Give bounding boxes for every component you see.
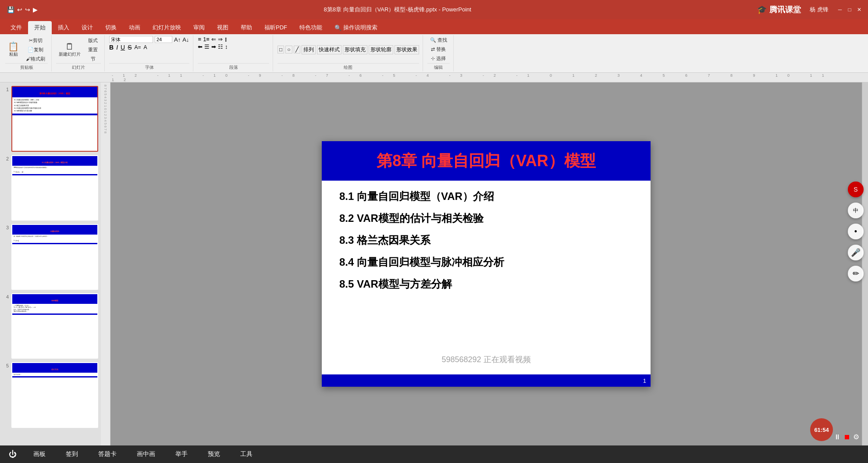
copy-button[interactable]: 📄 复制	[23, 46, 48, 54]
underline-button[interactable]: U	[121, 44, 125, 51]
align-right-button[interactable]: ➡	[211, 43, 216, 50]
tab-insert[interactable]: 插入	[52, 21, 75, 34]
align-left-button[interactable]: ⬅	[198, 43, 203, 50]
search-input[interactable]: 🔍 操作说明搜索	[328, 21, 384, 34]
section-button[interactable]: 节	[85, 55, 101, 63]
stop-button[interactable]: ⏹	[843, 433, 850, 441]
power-button[interactable]: ⏻	[9, 450, 17, 459]
slide-thumb-2[interactable]: 8.1 向量自回归（VAR）模型介绍 VAR模型是由多个互相关的时间序列方程组成…	[11, 155, 98, 221]
rectangle-button[interactable]: □	[277, 46, 284, 53]
preview-button[interactable]: 预览	[204, 449, 224, 460]
save-icon[interactable]: 💾	[7, 6, 14, 13]
find-button[interactable]: 🔍 查找	[427, 36, 450, 44]
italic-button[interactable]: I	[116, 44, 118, 51]
font-size-input[interactable]	[155, 36, 172, 43]
tab-help[interactable]: 帮助	[235, 21, 258, 34]
tab-special[interactable]: 特色功能	[293, 21, 328, 34]
pause-button[interactable]: ⏸	[834, 433, 841, 441]
new-slide-button[interactable]: 🗒 新建幻灯片	[56, 41, 83, 58]
indent-decrease-button[interactable]: ⇐	[211, 36, 216, 43]
tools-button[interactable]: 工具	[237, 449, 256, 460]
tab-file[interactable]: 文件	[4, 21, 28, 34]
raise-hand-button[interactable]: 举手	[172, 449, 191, 460]
align-center-button[interactable]: ☰	[204, 43, 210, 50]
tab-home[interactable]: 开始	[28, 21, 52, 34]
present-icon[interactable]: ▶	[33, 6, 38, 13]
minimize-button[interactable]: ─	[836, 5, 844, 14]
slide-thumb-4[interactable]: VAR模型 一个VAR(p)模型，定义为： Yt = C + Φ₁·Y(t-1)…	[11, 293, 98, 359]
strikethrough-button[interactable]: S	[128, 44, 132, 51]
slide-item-4[interactable]: 4 VAR模型 一个VAR(p)模型，定义为： Yt = C + Φ₁·Y(t-…	[3, 293, 98, 359]
bullets-button[interactable]: ≡	[198, 36, 202, 43]
answer-card-button[interactable]: 答题卡	[95, 449, 120, 460]
settings-button[interactable]: ⚙	[853, 433, 859, 441]
pip-button[interactable]: 画中画	[133, 449, 159, 460]
drawing-buttons: □ ○ ╱ 排列 快速样式 形状填充 形状轮廓 形状效果	[277, 36, 419, 63]
decrease-font-button[interactable]: A↓	[182, 36, 189, 43]
mic-icon[interactable]: 🎤	[848, 245, 864, 260]
tab-slideshow[interactable]: 幻灯片放映	[146, 21, 187, 34]
layout-button[interactable]: 版式	[85, 36, 101, 45]
shape-fill-button[interactable]: 形状填充	[343, 45, 367, 54]
format-painter-button[interactable]: 🖌 格式刷	[23, 55, 48, 63]
whiteboard-button[interactable]: 画板	[30, 449, 49, 460]
slide-item-5[interactable]: 5 估计方法 估计与分析...	[3, 362, 98, 428]
pen-icon[interactable]: ✏	[848, 266, 864, 281]
reset-button[interactable]: 重置	[85, 46, 101, 54]
arrange-button[interactable]: 排列	[302, 45, 316, 54]
slide-thumb-5[interactable]: 估计方法 估计与分析...	[11, 362, 98, 428]
chinese-input-icon[interactable]: 中	[848, 203, 864, 218]
columns-button[interactable]: ⫿	[224, 36, 228, 43]
line-spacing-button[interactable]: ↕	[225, 43, 228, 50]
shadow-button[interactable]: A=	[134, 44, 141, 50]
close-button[interactable]: ✕	[855, 5, 864, 14]
select-icon: ⊹	[431, 56, 435, 61]
drawing-group: □ ○ ╱ 排列 快速样式 形状填充 形状轮廓 形状效果 绘图	[274, 35, 423, 71]
ribbon-tabs: 文件 开始 插入 设计 切换 动画 幻灯片放映 审阅 视图 帮助 福昕PDF 特…	[0, 19, 868, 34]
tab-design[interactable]: 设计	[75, 21, 99, 34]
maximize-button[interactable]: □	[845, 5, 854, 14]
slide-thumb-1[interactable]: 第8章 向量自回归（VAR）模型 8.1 向量自回归模型（VAR）介绍 8.2 …	[11, 86, 98, 152]
slide-thumb-3[interactable]: 向量自回归 例：检验两个时间序列之间的关系，分别用 m 和 y 来表示... Y…	[11, 224, 98, 290]
main-slide[interactable]: 第8章 向量自回归（VAR）模型 8.1 向量自回归模型（VAR）介绍 8.2 …	[322, 141, 651, 387]
replace-button[interactable]: ⇄ 替换	[428, 45, 448, 53]
tab-view[interactable]: 视图	[211, 21, 235, 34]
paste-button[interactable]: 📋 粘贴	[5, 41, 21, 58]
canvas-area[interactable]: 第8章 向量自回归（VAR）模型 8.1 向量自回归模型（VAR）介绍 8.2 …	[110, 82, 862, 445]
title-bar: 💾 ↩ ↪ ▶ 8第8章 向量自回归（VAR）模型-杨虎锋.pptx - Pow…	[0, 0, 868, 19]
increase-font-button[interactable]: A↑	[174, 36, 181, 43]
sogou-icon[interactable]: S	[848, 182, 864, 197]
select-button[interactable]: ⊹ 选择	[428, 54, 448, 63]
dot-icon[interactable]: •	[848, 224, 864, 239]
clipboard-label: 剪贴板	[5, 63, 48, 71]
ribbon: 📋 粘贴 ✂ 剪切 📄 复制 🖌 格式刷 剪贴板 🗒 新建幻灯片	[0, 34, 868, 73]
slide-thumb-inner-2: 8.1 向量自回归（VAR）模型介绍 VAR模型是由多个互相关的时间序列方程组成…	[12, 156, 97, 220]
font-family-input[interactable]	[109, 36, 153, 43]
oval-button[interactable]: ○	[285, 46, 292, 53]
tencent-icon: 🎓	[757, 5, 767, 14]
slide-item-1-text: 8.1 向量自回归模型（VAR）介绍	[339, 189, 633, 203]
slide-item-2[interactable]: 2 8.1 向量自回归（VAR）模型介绍 VAR模型是由多个互相关的时间序列方程…	[3, 155, 98, 221]
video-timer: 61:54	[810, 418, 833, 441]
slide-number-2: 2	[3, 155, 9, 161]
window-controls: ─ □ ✕	[836, 5, 864, 14]
quick-styles-button[interactable]: 快速样式	[317, 45, 342, 54]
indent-increase-button[interactable]: ⇒	[218, 36, 223, 43]
bold-button[interactable]: B	[109, 44, 114, 51]
font-color-button[interactable]: A	[144, 44, 147, 50]
tab-foxitpdf[interactable]: 福昕PDF	[258, 21, 293, 34]
tab-transitions[interactable]: 切换	[99, 21, 123, 34]
tab-animations[interactable]: 动画	[123, 21, 146, 34]
slide-item-3[interactable]: 3 向量自回归 例：检验两个时间序列之间的关系，分别用 m 和 y 来表示...…	[3, 224, 98, 290]
shape-effects-button[interactable]: 形状效果	[395, 45, 419, 54]
justify-button[interactable]: ☷	[218, 43, 223, 50]
redo-icon[interactable]: ↪	[25, 6, 30, 13]
cut-button[interactable]: ✂ 剪切	[23, 36, 48, 45]
slide-item-1[interactable]: 1 第8章 向量自回归（VAR）模型 8.1 向量自回归模型（VAR）介绍 8.…	[3, 86, 98, 152]
checkin-button[interactable]: 签到	[62, 449, 82, 460]
undo-icon[interactable]: ↩	[17, 6, 22, 13]
line-button[interactable]: ╱	[294, 46, 300, 53]
tab-review[interactable]: 审阅	[187, 21, 211, 34]
shape-outline-button[interactable]: 形状轮廓	[369, 45, 393, 54]
numbering-button[interactable]: 1≡	[203, 36, 210, 43]
